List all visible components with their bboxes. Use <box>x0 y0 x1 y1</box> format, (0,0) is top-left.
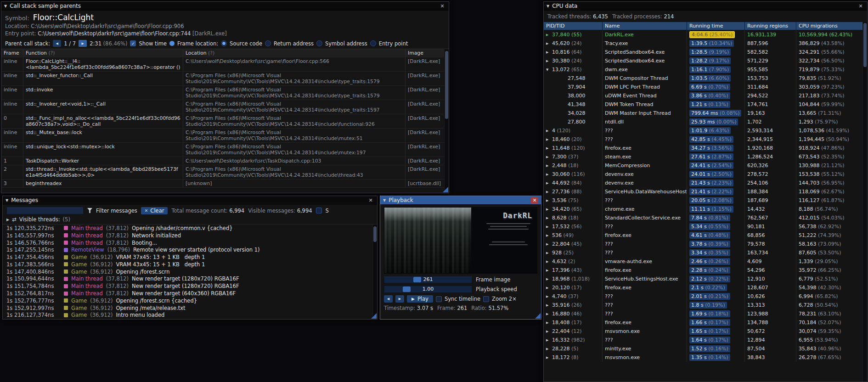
cpu-table-row[interactable]: ▶10,816 (64) ScriptedSandbox64.exe 1:28.… <box>544 48 867 56</box>
expand-icon[interactable]: ▶ <box>546 170 552 179</box>
cpu-table-row[interactable]: ▶20,120 (17) firefox.exe 2.1 s (0.22%) 1… <box>544 283 867 292</box>
cpu-table-row[interactable]: ▶22,404 (12) msvsmon.exe 1.65 s (0.17%) … <box>544 327 867 336</box>
clipped-checkbox[interactable] <box>316 208 322 213</box>
expand-icon[interactable]: ▶ <box>546 135 552 144</box>
message-row[interactable]: 1s 152,764,817ns Main thread (37,812) Ne… <box>3 290 377 297</box>
callstack-table-row[interactable]: 2 std::thread::_Invoke<std::tuple<<lambd… <box>1 165 449 180</box>
expand-icon[interactable]: ▶ <box>546 127 552 135</box>
cpu-table-row[interactable]: ▶7,300 (37) steam.exe 27.61 s (2.87%) 1,… <box>544 152 867 161</box>
message-row[interactable]: 1s 147,255,145ns RemoteView (18,796) Rem… <box>3 246 377 253</box>
header-cpu-migrations[interactable]: CPU migrations <box>796 22 867 30</box>
expand-icon[interactable]: ▶ <box>546 153 552 161</box>
next-parent-button[interactable]: ▶ <box>79 40 87 47</box>
scrollbar-thumb[interactable] <box>863 23 867 67</box>
prev-frame-button[interactable]: ◀ <box>384 295 393 303</box>
cpu-table-row[interactable]: ▶11,648 (120) firefox.exe 34.27 s (3.56%… <box>544 144 867 152</box>
resize-grip[interactable] <box>535 313 541 319</box>
expand-icon[interactable]: ▶ <box>546 179 552 187</box>
cpu-table-row[interactable]: 38,000 uDWM Event Thread 3.86 s (0.40%) … <box>544 91 867 100</box>
messages-titlebar[interactable]: ▼ Messages ✕ <box>3 196 377 205</box>
expand-icon[interactable]: ▶ <box>546 231 552 240</box>
expand-icon[interactable]: ▼ <box>546 66 552 74</box>
callstack-table-row[interactable]: inline std::invoke C:\Program Files (x86… <box>1 86 449 100</box>
cpu-table-row[interactable]: ▶16,880 (46) ??? 1.69 s (0.18%) 123,988 … <box>544 309 867 318</box>
expand-icon[interactable]: ▶ <box>546 214 552 222</box>
expand-icon[interactable]: ▶ <box>546 319 552 327</box>
collapse-icon[interactable]: ▼ <box>4 4 7 8</box>
playback-titlebar[interactable]: ▼ Playback ✕ <box>380 196 541 205</box>
cpu-table-row[interactable]: ▶34,420 (65) chrome.exe 11.11 s (1.15%) … <box>544 205 867 213</box>
cpu-table-row[interactable]: ▶4,632 (2) vmware-authd.exe 2.46 s (0.26… <box>544 257 867 266</box>
cpu-table-row[interactable]: ▶536 (49) firefox.exe 4.61 s (0.48%) 68,… <box>544 231 867 240</box>
cpu-table-row[interactable]: 27,800 ntdll.dll 25.93 ms (0.00%) 1,702 … <box>544 118 867 126</box>
cpu-titlebar[interactable]: ▼ CPU data ✕ <box>544 2 867 11</box>
callstack-table-row[interactable]: inline std::_Invoker_functor::_Call C:\P… <box>1 72 449 86</box>
expand-icon[interactable]: ▶ <box>546 188 552 196</box>
radio-source-code[interactable] <box>221 40 227 46</box>
cpu-table-row[interactable]: ▶18,172 (8) msvsmon.exe 1.35 s (0.14%) 3… <box>544 353 867 362</box>
speed-slider[interactable]: 1.00 <box>384 286 472 293</box>
close-icon[interactable]: ✕ <box>531 197 538 204</box>
expand-icon[interactable]: ▶ <box>546 240 552 248</box>
cpu-table-row[interactable]: ▶4 (120) ??? 1:01.9 (6.43%) 2,593,314 1,… <box>544 126 867 135</box>
cpu-table-row[interactable]: ▶22,804 (45) ??? 3.78 s (0.39%) 79,578 5… <box>544 240 867 248</box>
next-frame-button[interactable]: ▶ <box>395 295 404 303</box>
expand-icon[interactable]: ▶ <box>546 310 552 318</box>
header-pid-tid[interactable]: PID/TID <box>544 22 603 30</box>
expand-icon[interactable]: ▶ <box>546 249 552 257</box>
cpu-table-row[interactable]: ▶35,916 (26) ??? 1.8 s (0.19%) 13,313 6,… <box>544 301 867 309</box>
close-icon[interactable]: ✕ <box>439 3 446 10</box>
cpu-table-row[interactable]: ▶4,740 (37) ??? 2.01 s (0.21%) 10,626 6,… <box>544 292 867 301</box>
collapse-icon[interactable]: ▼ <box>383 198 386 202</box>
message-row[interactable]: 1s 147,354,456ns Game (36,912) VRAM 37x4… <box>3 253 377 261</box>
cpu-table-row[interactable]: 34,028 DWM Master Input Thread 799.64 ms… <box>544 109 867 118</box>
message-row[interactable]: 1s 152,912,997ns Game (36,912) Opening /… <box>3 304 377 312</box>
callstack-table-row[interactable]: inline std::_Mutex_base::lock C:\Program… <box>1 129 449 143</box>
scrollbar-thumb[interactable] <box>373 226 377 242</box>
expand-icon[interactable]: ▶ <box>546 266 552 275</box>
cpu-table-row[interactable]: ▶2,448 (18) MemCompression 24.41 s (2.54… <box>544 161 867 170</box>
expand-icon[interactable]: ▶ <box>546 336 552 344</box>
play-button[interactable]: ▶Play <box>407 295 433 303</box>
expand-icon[interactable]: ▶ <box>546 258 552 266</box>
cpu-table-row[interactable]: ▶17,396 (43) firefox.exe 2.28 s (0.24%) … <box>544 266 867 275</box>
sync-timeline-checkbox[interactable] <box>436 296 442 302</box>
expand-icon[interactable]: ▶ <box>546 197 552 205</box>
expand-icon[interactable]: ▶ <box>6 218 9 222</box>
cpu-table-row[interactable]: ▶28,228 (5) mintty.exe 1.52 s (0.16%) 87… <box>544 344 867 353</box>
radio-entry-point[interactable] <box>370 40 376 46</box>
expand-icon[interactable]: ▶ <box>546 162 552 170</box>
close-icon[interactable]: ✕ <box>367 197 374 204</box>
callstack-table-row[interactable]: 3 beginthreadex [unknown] [ucrtbase.dll] <box>1 180 449 188</box>
expand-icon[interactable]: ▶ <box>546 284 552 292</box>
message-row[interactable]: 1s 147,400,846ns Game (36,912) Opening /… <box>3 268 377 275</box>
expand-icon[interactable]: ▶ <box>546 292 552 301</box>
cpu-table-row[interactable]: ▶928 (25) ??? 3.34 s (0.35%) 163,734 87,… <box>544 248 867 257</box>
message-row[interactable]: 1s 145,557,997ns Main thread (37,812) Ne… <box>3 232 377 239</box>
callstack-table-row[interactable]: 1 TaskDispatch::Worker C:\Users\wolf\Des… <box>1 157 449 165</box>
zoom-2x-checkbox[interactable] <box>483 296 489 302</box>
cpu-table-row[interactable]: ▶18,460 (20) ??? 42.85 s (4.45%) 2,344,9… <box>544 135 867 144</box>
message-row[interactable]: 1s 151,754,784ns Main thread (37,812) Ne… <box>3 282 377 290</box>
header-running-regions[interactable]: Running regions <box>745 22 796 30</box>
expand-icon[interactable]: ▶ <box>546 144 552 152</box>
cpu-table-row[interactable]: ▶17,532 (56) ??? 5.34 s (0.55%) 90,181 5… <box>544 222 867 231</box>
cpu-table-row[interactable]: 27,548 DWM Compositor Thread 1:03.5 (6.6… <box>544 74 867 83</box>
callstack-table-row[interactable]: inline std::_Invoker_ret<void,1>::_Call … <box>1 100 449 114</box>
callstack-scrollbar[interactable] <box>444 49 449 193</box>
cpu-table-row[interactable]: ▶16,332 (982) ??? 1.64 s (0.17%) 12,894 … <box>544 336 867 344</box>
message-row[interactable]: 1s 120,335,272ns Main thread (37,812) Op… <box>3 225 377 232</box>
cpu-table-row[interactable]: ▶30,380 (24) ScriptedSandbox64.exe 1:28.… <box>544 56 867 65</box>
message-row[interactable]: 1s 147,383,566ns Game (36,912) VRAM 43x4… <box>3 261 377 268</box>
callstack-table-header[interactable]: Frame Function (?) Location (?) Image <box>1 49 449 57</box>
expand-icon[interactable]: ▶ <box>546 31 552 39</box>
messages-scrollbar[interactable] <box>372 225 377 319</box>
callstack-table-row[interactable]: inline std::unique_lock<std::mutex>::loc… <box>1 143 449 157</box>
filter-input[interactable] <box>6 207 84 214</box>
expand-icon[interactable]: ▶ <box>546 39 552 48</box>
close-icon[interactable]: ✕ <box>857 3 864 10</box>
cpu-scrollbar[interactable] <box>862 22 867 382</box>
cpu-table-row[interactable]: ▶3,536 (75) ??? 20.05 s (2.08%) 187,689 … <box>544 196 867 205</box>
collapse-icon[interactable]: ▼ <box>6 198 8 202</box>
show-time-checkbox[interactable]: ✓ <box>130 40 136 46</box>
